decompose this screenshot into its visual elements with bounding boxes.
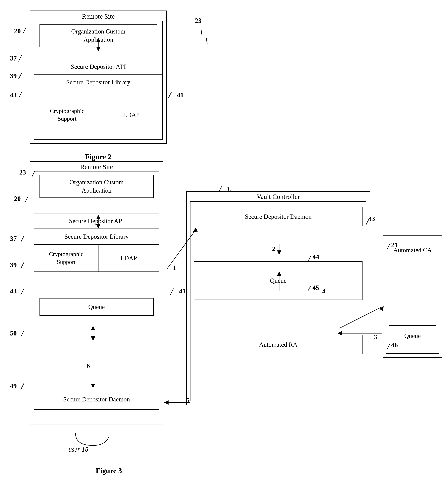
fig3-sdd-box: Secure Depositor Daemon <box>34 389 159 410</box>
fig2-remote-site-title: Remote Site <box>30 11 166 21</box>
fig3-ca-queue: Queue <box>389 325 436 346</box>
fig3-label-37: 37 <box>10 235 17 242</box>
fig3-crypto: Cryptographic Support <box>34 245 98 272</box>
fig3-label-49: 49 <box>10 382 17 390</box>
fig3-vault-title: Vault Controller <box>187 191 370 201</box>
fig2-outer-box: Remote Site Organization Custom Applicat… <box>30 10 167 144</box>
fig3-vault-sdd: Secure Depositor Daemon <box>194 207 362 226</box>
fig3-ca-queue-label: Queue <box>404 332 421 340</box>
fig2-caption: Figure 2 <box>30 153 167 161</box>
fig3-sdlib: Secure Depositor Library <box>34 229 159 245</box>
fig3-vault-queue-label: Queue <box>270 277 287 284</box>
svg-text:/: / <box>20 329 24 339</box>
fig2-label-20: 20 <box>14 27 21 35</box>
fig2-sdlib-label: Secure Depositor Library <box>66 78 130 86</box>
fig2-org-app-box: Organization Custom Application <box>40 24 157 47</box>
fig3-ca-inner: Automated CA Queue <box>386 239 439 354</box>
fig3-ldap-label: LDAP <box>120 255 137 262</box>
svg-text:/: / <box>18 90 22 100</box>
fig3-conn1: 1 <box>173 264 176 271</box>
svg-text:/: / <box>20 287 24 296</box>
fig3-label-50: 50 <box>10 329 17 337</box>
fig2-bottom-row: Cryptographic Support LDAP <box>34 90 162 140</box>
svg-text:/: / <box>18 71 22 81</box>
fig3-bottom-row: Cryptographic Support LDAP <box>34 245 159 272</box>
fig3-sdapi: Secure Depositor API <box>34 213 159 229</box>
svg-text:/: / <box>24 195 28 204</box>
fig3-crypto-line1: Cryptographic <box>49 250 83 258</box>
fig2-crypto-line1: Cryptographic <box>50 107 84 115</box>
svg-text:/: / <box>170 287 174 296</box>
fig3-queue-inner: Queue <box>40 298 154 316</box>
fig3-label-23-top: 23 <box>19 168 26 176</box>
fig2-ldap-label: LDAP <box>123 111 140 118</box>
diagram-container: / / / / / \ \ / / / / / / / / <box>0 0 448 483</box>
fig3-vault-ara-label: Automated RA <box>259 341 297 348</box>
fig3-ca-outer: Automated CA Queue <box>383 235 442 358</box>
fig3-vault-ara: Automated RA <box>194 335 362 354</box>
fig2-label-39: 39 <box>10 72 17 80</box>
fig3-queue-label: Queue <box>88 303 105 311</box>
fig3-sdapi-label: Secure Depositor API <box>69 217 124 225</box>
svg-text:/: / <box>22 26 26 36</box>
fig3-caption: Figure 3 <box>30 467 188 475</box>
svg-text:/: / <box>20 381 24 391</box>
fig3-crypto-line2: Support <box>49 258 83 266</box>
fig2-label-37: 37 <box>10 54 17 62</box>
svg-text:\: \ <box>200 27 203 37</box>
fig3-vault-sdd-label: Secure Depositor Daemon <box>245 213 312 220</box>
svg-marker-40 <box>164 400 168 405</box>
fig2-org-app-line2: Application <box>71 36 125 44</box>
fig3-label-41: 41 <box>179 287 186 295</box>
fig3-ldap: LDAP <box>98 245 159 272</box>
fig2-ldap-box: LDAP <box>100 90 162 140</box>
fig2-org-app-line1: Organization Custom <box>71 27 125 36</box>
fig2-label-23: 23 <box>195 17 201 24</box>
fig3-org-app-line1: Organization Custom <box>70 178 124 187</box>
fig2-crypto-box: Cryptographic Support <box>34 90 100 140</box>
fig2-sdlib-box: Secure Depositor Library <box>34 75 162 90</box>
fig3-org-app-line2: Application <box>70 187 124 195</box>
svg-text:/: / <box>168 90 172 100</box>
fig3-user-label: user 18 <box>68 445 88 453</box>
fig3-label-43: 43 <box>10 287 17 295</box>
fig3-remote-inner: Organization Custom Application Secure D… <box>34 171 159 380</box>
fig3-remote-title: Remote Site <box>30 162 163 171</box>
svg-text:\: \ <box>205 36 208 46</box>
svg-text:/: / <box>18 53 22 63</box>
fig3-vault-box: Vault Controller Secure Depositor Daemon… <box>186 191 370 405</box>
fig3-label-20: 20 <box>14 195 21 203</box>
fig2-inner-box: Organization Custom Application Secure D… <box>34 21 163 140</box>
fig2-sdapi-label: Secure Depositor API <box>71 63 126 70</box>
svg-text:/: / <box>20 260 24 270</box>
fig2-crypto-line2: Support <box>50 115 84 123</box>
fig3-conn3: 3 <box>374 333 377 341</box>
fig3-remote-box: Remote Site Organization Custom Applicat… <box>30 161 163 424</box>
fig3-org-app: Organization Custom Application <box>40 175 154 198</box>
fig3-sdd-label: Secure Depositor Daemon <box>63 396 130 403</box>
fig3-vault-inner: Secure Depositor Daemon Queue Automated … <box>190 201 366 401</box>
fig3-label-39: 39 <box>10 261 17 269</box>
fig2-sdapi-box: Secure Depositor API <box>34 59 162 75</box>
fig2-label-43: 43 <box>10 91 17 99</box>
svg-text:/: / <box>20 234 24 244</box>
fig3-ca-title: Automated CA <box>386 246 439 254</box>
fig2-label-41: 41 <box>177 91 184 99</box>
fig3-vault-queue: Queue <box>194 261 362 300</box>
fig3-sdlib-label: Secure Depositor Library <box>64 233 129 240</box>
